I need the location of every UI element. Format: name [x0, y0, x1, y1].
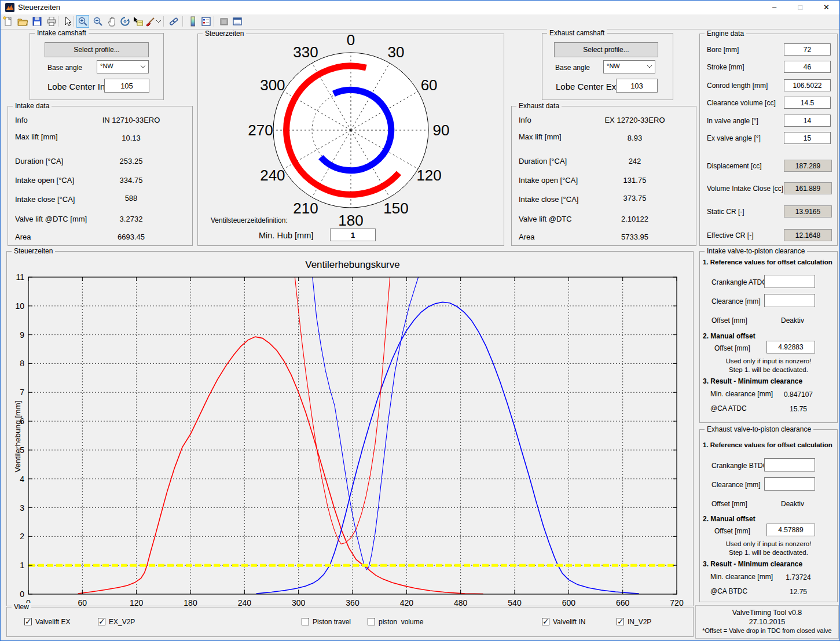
lobe-center-ex-label: Lobe Center Ex: [556, 82, 616, 91]
checkbox-label: Valvelift EX: [35, 618, 70, 626]
print-figure-button[interactable]: [45, 15, 58, 28]
crankangle-btdc-input[interactable]: [764, 458, 815, 471]
step1-title: 1. Reference values for offset calculati…: [703, 259, 832, 266]
exhaust-camshaft-panel: Exhaust camshaft Select profile... Base …: [542, 33, 673, 100]
row-value: 373.75: [581, 194, 688, 202]
valve-lift-chart[interactable]: 0601201802403003604204805406006607200123…: [7, 252, 693, 606]
conrod-length-input[interactable]: [784, 79, 831, 91]
svg-text:3: 3: [20, 503, 24, 513]
chevron-down-icon: [140, 65, 146, 69]
matlab-app-icon: [5, 3, 14, 12]
svg-text:7: 7: [20, 388, 24, 397]
svg-text:5: 5: [20, 445, 24, 455]
manual-offset-input[interactable]: [766, 341, 815, 353]
chevron-down-icon: [647, 65, 652, 69]
minimize-button[interactable]: –: [761, 1, 787, 14]
edit-plot-button[interactable]: [61, 15, 74, 28]
show-plot-tools-button[interactable]: [231, 15, 244, 28]
ca-btdc-label: @CA BTDC: [710, 587, 747, 595]
lobe-center-in-input[interactable]: [104, 79, 149, 93]
row-label: Intake open [°CA]: [519, 176, 578, 185]
bore-input[interactable]: [784, 43, 831, 56]
field-label: Effective CR [-]: [707, 231, 753, 240]
field-label: Ex valve angle [°]: [707, 134, 761, 142]
valvelift-in-checkbox[interactable]: [542, 618, 549, 625]
row-label: Info: [519, 116, 531, 124]
save-floppy-icon: [31, 16, 43, 27]
intake-select-profile-button[interactable]: Select profile...: [45, 42, 149, 57]
intake-data-panel: Intake data InfoIN 12710-33ERO Max lift …: [8, 106, 193, 246]
row-value: 131.75: [581, 176, 688, 185]
step2-title: 2. Manual offset: [703, 332, 755, 340]
insert-legend-button[interactable]: [200, 15, 212, 28]
data-cursor-button[interactable]: [131, 15, 144, 28]
clearance-volume-input[interactable]: [784, 97, 831, 109]
note-line2: Step 1. will be deactivated.: [700, 366, 837, 373]
figure-toolbar: [1, 14, 839, 30]
offset-label: Offset [mm]: [711, 500, 747, 508]
svg-text:360: 360: [346, 598, 360, 606]
row-label: Intake close [°CA]: [519, 195, 578, 204]
open-file-button[interactable]: [16, 15, 29, 28]
toolbar-separator: [58, 16, 58, 27]
clearance-input[interactable]: [764, 477, 815, 491]
exhaust-base-angle-value: °NW: [607, 62, 620, 69]
note-line2: Step 1. will be deactivated.: [700, 549, 837, 556]
svg-text:90: 90: [433, 121, 450, 139]
close-button[interactable]: ✕: [813, 1, 839, 14]
exhaust-select-profile-button[interactable]: Select profile...: [554, 42, 658, 57]
colorbar-icon: [187, 16, 199, 27]
row-label: Valve lift @DTC: [519, 215, 572, 223]
pan-button[interactable]: [106, 15, 119, 28]
row-value: 5733.95: [581, 233, 688, 241]
row-label: Valve lift @DTC [mm]: [15, 215, 87, 223]
valvelift-ex-checkbox[interactable]: [24, 618, 32, 625]
zoom-in-button[interactable]: [76, 15, 89, 28]
row-value: 2.10122: [581, 215, 688, 223]
save-figure-button[interactable]: [31, 15, 43, 28]
printer-icon: [46, 16, 57, 27]
row-label: Intake close [°CA]: [15, 195, 75, 204]
piston-travel-checkbox[interactable]: [302, 618, 309, 625]
step3-title: 3. Result - Minimum clearance: [703, 377, 802, 385]
rotate-3d-button[interactable]: [119, 15, 131, 28]
manual-offset-input[interactable]: [766, 524, 815, 536]
lobe-center-ex-input[interactable]: [616, 79, 658, 93]
ex-valve-angle-input[interactable]: [784, 132, 831, 144]
svg-text:10: 10: [15, 301, 24, 311]
definition-label: Ventilsteuerzeitdefinition:: [211, 216, 288, 224]
app-window: Steuerzeiten – □ ✕ Intake camshaft Selec…: [0, 0, 840, 641]
svg-text:240: 240: [260, 167, 285, 184]
brush-dropdown-caret[interactable]: [156, 15, 162, 28]
field-label: Static CR [-]: [707, 208, 744, 216]
insert-colorbar-button[interactable]: [186, 15, 199, 28]
clearance-input[interactable]: [764, 294, 815, 307]
ex-v2p-checkbox[interactable]: [98, 618, 105, 625]
link-plot-button[interactable]: [167, 15, 180, 28]
row-value: EX 12720-33ERO: [581, 116, 688, 124]
zoom-out-button[interactable]: [91, 15, 104, 28]
new-figure-button[interactable]: [2, 15, 14, 28]
stroke-input[interactable]: [784, 61, 831, 73]
intake-base-angle-dropdown[interactable]: °NW: [97, 60, 149, 73]
brush-icon: [145, 16, 156, 27]
row-label: Max lift [mm]: [15, 132, 58, 141]
lobe-center-in-label: Lobe Center In: [47, 82, 105, 91]
maximize-button[interactable]: □: [787, 1, 813, 14]
in-v2p-checkbox[interactable]: [617, 618, 624, 625]
offset-footnote: *Offset = Valve drop in TDC from closed …: [696, 627, 838, 634]
hide-plot-tools-button[interactable]: [218, 15, 230, 28]
piston-volume-checkbox[interactable]: [368, 618, 375, 625]
toolbar-separator: [163, 16, 164, 27]
exhaust-base-angle-dropdown[interactable]: °NW: [603, 60, 655, 73]
crankangle-atdc-input[interactable]: [764, 275, 815, 288]
exhaust-base-angle-label: Base angle: [555, 64, 590, 72]
min-hub-input[interactable]: [330, 229, 376, 241]
svg-text:4: 4: [20, 474, 24, 484]
in-valve-angle-input[interactable]: [784, 115, 831, 127]
svg-text:270: 270: [248, 121, 273, 139]
row-value: 3.2732: [78, 215, 185, 223]
brush-data-button[interactable]: [144, 15, 157, 28]
volume-intake-close-output: 161.889: [784, 182, 832, 194]
svg-text:120: 120: [130, 598, 144, 606]
